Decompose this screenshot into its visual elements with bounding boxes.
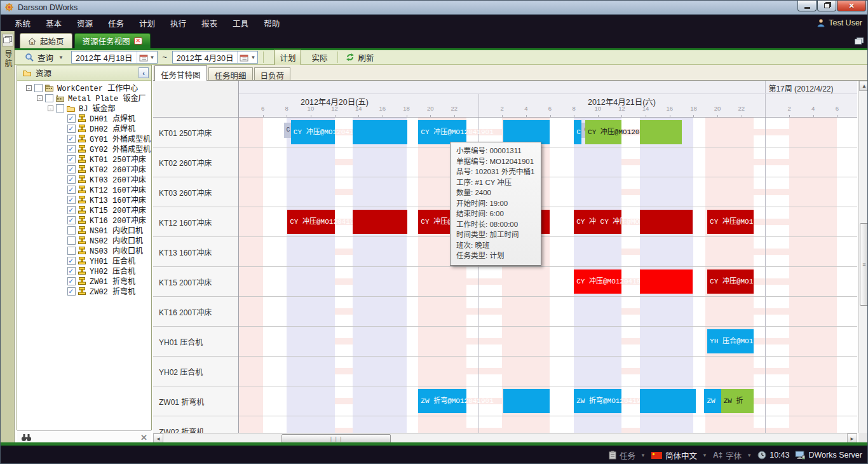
- tree-item-ns03[interactable]: NS03 内收口机: [17, 245, 151, 256]
- gantt-bar[interactable]: YH 压合@MO1: [707, 329, 753, 353]
- horizontal-scrollbar[interactable]: ◄ ❘❘❘ ►: [153, 433, 857, 443]
- menu-item-4[interactable]: 计划: [138, 16, 156, 31]
- restore-button[interactable]: [817, 1, 836, 11]
- tree-item-kt15[interactable]: KT15 200T冲床: [17, 205, 151, 215]
- tree-expander-icon[interactable]: -: [26, 85, 32, 91]
- tree-checkbox[interactable]: [67, 196, 76, 204]
- tree-checkbox[interactable]: [45, 94, 53, 102]
- status-tasks-dropdown[interactable]: 任务 ▼: [609, 449, 646, 461]
- close-button[interactable]: ✕: [837, 1, 866, 11]
- tree-item-kt16[interactable]: KT16 200T冲床: [17, 215, 151, 225]
- refresh-button[interactable]: 刷新: [343, 50, 376, 65]
- tree-item-bj[interactable]: -BJ 钣金部: [17, 103, 151, 113]
- tree-checkbox[interactable]: [67, 277, 76, 285]
- gantt-bar[interactable]: [640, 389, 696, 413]
- gantt-bar[interactable]: [503, 389, 550, 413]
- gantt-bar[interactable]: CY 冲压@MO1: [707, 270, 753, 294]
- plan-toggle-button[interactable]: 计划: [274, 50, 301, 65]
- tab-resource-task-view[interactable]: 资源任务视图 ✕: [74, 33, 151, 48]
- tree-item-kt12[interactable]: KT12 160T冲床: [17, 184, 151, 194]
- vertical-scrollbar[interactable]: ▲ ≡ ▼: [858, 81, 868, 443]
- gantt-tab-0[interactable]: 任务甘特图: [154, 65, 207, 81]
- menu-item-0[interactable]: 系统: [13, 16, 32, 31]
- tree-checkbox[interactable]: [67, 155, 76, 163]
- gantt-bar[interactable]: CY 冲压@MO12041901: [291, 120, 336, 144]
- gantt-bar[interactable]: [353, 210, 408, 234]
- window-layout-icon[interactable]: [855, 36, 864, 48]
- gantt-bar[interactable]: ZW 折弯@MO12041901: [418, 389, 466, 413]
- tab-home[interactable]: 起始页: [20, 33, 72, 48]
- tree-checkbox[interactable]: [67, 145, 76, 153]
- clear-filter-icon[interactable]: ✕: [140, 433, 147, 442]
- hscroll-thumb[interactable]: ❘❘❘: [281, 434, 391, 443]
- tree-item-gy01[interactable]: GY01 外桶成型机: [17, 133, 151, 144]
- tree-checkbox[interactable]: [67, 226, 76, 235]
- tree-checkbox[interactable]: [67, 206, 76, 214]
- date-from-field[interactable]: 2012年 4月18日 ▼: [71, 51, 158, 64]
- calendar-icon[interactable]: ▼: [237, 51, 257, 63]
- tree-item-dh02[interactable]: DH02 点焊机: [17, 123, 151, 133]
- gantt-bar[interactable]: C: [574, 120, 581, 144]
- menu-item-7[interactable]: 工具: [231, 16, 250, 31]
- tree-checkbox[interactable]: [56, 104, 64, 113]
- tree-item-kt02[interactable]: KT02 260T冲床: [17, 164, 151, 174]
- collapsed-panel-tab[interactable]: 导航: [3, 50, 13, 68]
- status-language-dropdown[interactable]: 简体中文 ▼: [651, 449, 707, 461]
- gantt-bar[interactable]: [640, 270, 693, 294]
- scroll-up-icon[interactable]: ▲: [859, 81, 868, 91]
- menu-item-2[interactable]: 资源: [76, 16, 94, 31]
- tree-checkbox[interactable]: [67, 114, 76, 123]
- gantt-bar[interactable]: CY 冲压@MO12041901: [418, 120, 466, 144]
- tree-item-yh02[interactable]: YH02 压合机: [17, 266, 151, 276]
- tree-item-metal[interactable]: -Metal Plate 钣金厂: [17, 93, 151, 103]
- gantt-bar[interactable]: ZW 折: [721, 389, 754, 413]
- gantt-bar[interactable]: CY 冲压@MO12041902: [585, 120, 621, 144]
- tree-item-zw01[interactable]: ZW01 折弯机: [17, 276, 151, 286]
- gantt-bar[interactable]: ZW 折弯@MO12041901: [574, 389, 621, 413]
- tree-item-yh01[interactable]: YH01 压合机: [17, 256, 151, 266]
- tree-checkbox[interactable]: [67, 247, 76, 255]
- menu-item-8[interactable]: 帮助: [262, 16, 281, 31]
- collapse-panel-button[interactable]: ‹: [139, 67, 149, 78]
- gantt-bar[interactable]: CY 冲压@MO12041904: [287, 210, 335, 234]
- status-server[interactable]: DWorks Server: [795, 451, 862, 460]
- vscroll-thumb[interactable]: ≡: [860, 223, 868, 306]
- dock-panels-icon[interactable]: [2, 34, 13, 46]
- tree-item-kt03[interactable]: KT03 260T冲床: [17, 174, 151, 184]
- gantt-bar[interactable]: [640, 210, 693, 234]
- gantt-bar[interactable]: CY 冲压@MO12041903: [574, 270, 621, 294]
- gantt-tab-2[interactable]: 日负荷: [254, 67, 291, 80]
- tree-checkbox[interactable]: [67, 135, 76, 143]
- tree-expander-icon[interactable]: -: [37, 95, 43, 101]
- tree-expander-icon[interactable]: -: [48, 106, 53, 111]
- gantt-bar[interactable]: C: [284, 123, 291, 138]
- tree-item-zw02[interactable]: ZW02 折弯机: [17, 286, 151, 296]
- tree-checkbox[interactable]: [67, 267, 76, 275]
- gantt-bar[interactable]: [640, 120, 682, 144]
- menu-item-6[interactable]: 报表: [200, 16, 219, 31]
- tree-checkbox[interactable]: [67, 216, 76, 224]
- date-to-field[interactable]: 2012年 4月30日 ▼: [172, 51, 259, 64]
- tree-item-kt01[interactable]: KT01 250T冲床: [17, 154, 151, 164]
- tree-item-dh01[interactable]: DH01 点焊机: [17, 113, 151, 123]
- status-font-dropdown[interactable]: A‡ 字体 ▼: [713, 449, 752, 461]
- tree-item-ns02[interactable]: NS02 内收口机: [17, 235, 151, 245]
- query-button[interactable]: 查询 ▼: [22, 50, 66, 65]
- tree-checkbox[interactable]: [67, 287, 76, 296]
- tab-close-icon[interactable]: ✕: [134, 38, 143, 44]
- minimize-button[interactable]: [797, 1, 817, 11]
- tree-checkbox[interactable]: [67, 257, 76, 265]
- tree-checkbox[interactable]: [67, 186, 76, 194]
- tree-checkbox[interactable]: [67, 175, 76, 184]
- user-menu[interactable]: Test User: [817, 15, 862, 31]
- tree-checkbox[interactable]: [67, 236, 76, 245]
- tree-item-gy02[interactable]: GY02 外桶成型机: [17, 144, 151, 154]
- gantt-bar[interactable]: [503, 120, 550, 144]
- binoculars-icon[interactable]: [21, 433, 32, 442]
- tree-checkbox[interactable]: [67, 165, 76, 174]
- gantt-bar[interactable]: CY 冲压@MO1: [707, 210, 753, 234]
- gantt-tab-1[interactable]: 任务明细: [208, 67, 253, 80]
- title-bar[interactable]: Darsson DWorks ✕: [1, 1, 868, 15]
- actual-toggle-button[interactable]: 实际: [306, 50, 332, 65]
- tree-item-ns01[interactable]: NS01 内收口机: [17, 225, 151, 235]
